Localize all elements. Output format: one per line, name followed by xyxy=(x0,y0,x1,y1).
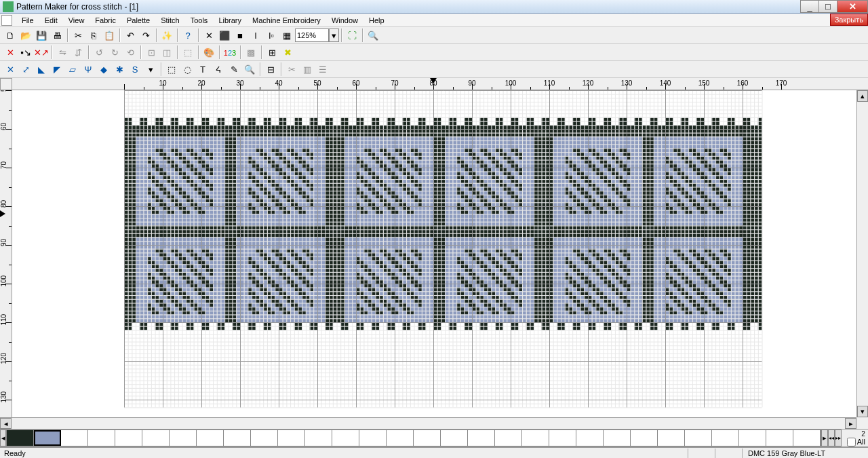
select-rect-button[interactable]: ⬚ xyxy=(164,62,179,77)
grid-button[interactable]: ▦ xyxy=(279,28,294,43)
half-stitch-button[interactable]: ⤢ xyxy=(18,62,33,77)
zoom-tool-button[interactable]: 🔍 xyxy=(242,62,257,77)
s-button[interactable]: S xyxy=(127,62,142,77)
menu-palette[interactable]: Palette xyxy=(121,14,155,26)
ruler-horizontal[interactable]: 1020304050607080901001101201301401501601… xyxy=(12,78,868,90)
flip-h-button[interactable]: ⇋ xyxy=(55,45,70,60)
menu-machine-embroidery[interactable]: Machine Embroidery xyxy=(247,14,326,26)
swatch-empty[interactable] xyxy=(576,430,604,446)
tool-a-button[interactable]: ▪↘ xyxy=(18,45,33,60)
menu-fabric[interactable]: Fabric xyxy=(90,14,121,26)
fit-button[interactable]: ⛶ xyxy=(344,28,359,43)
cross-stitch-button[interactable]: ✕ xyxy=(3,62,18,77)
swatch-empty[interactable] xyxy=(441,430,468,446)
save-button[interactable]: 💾 xyxy=(34,28,49,43)
menu-help[interactable]: Help xyxy=(363,14,390,26)
canvas[interactable] xyxy=(12,90,868,417)
scrollbar-horizontal[interactable]: ◂ ▸ xyxy=(0,417,856,429)
scroll-up-button[interactable]: ▴ xyxy=(857,90,868,102)
quarter2-button[interactable]: ◤ xyxy=(50,62,64,77)
swatch-empty[interactable] xyxy=(61,430,88,446)
swatch-empty[interactable] xyxy=(658,430,685,446)
scroll-right-button[interactable]: ▸ xyxy=(845,418,856,429)
swatch-empty[interactable] xyxy=(197,430,224,446)
open-button[interactable]: 📂 xyxy=(18,28,33,43)
highlight-button[interactable]: ✖ xyxy=(280,45,295,60)
swatch-empty[interactable] xyxy=(142,430,170,446)
swatch-empty[interactable] xyxy=(278,430,305,446)
palette-last-button[interactable]: ▸▸ xyxy=(835,430,842,446)
scroll-left-button[interactable]: ◂ xyxy=(0,418,12,429)
swatch-empty[interactable] xyxy=(495,430,522,446)
french-knot-button[interactable]: Ψ xyxy=(81,62,96,77)
swatch-empty[interactable] xyxy=(224,430,251,446)
menu-tools[interactable]: Tools xyxy=(185,14,214,26)
menu-edit[interactable]: Edit xyxy=(39,14,63,26)
rotate-cw-button[interactable]: ↻ xyxy=(107,45,122,60)
swatch-empty[interactable] xyxy=(170,430,197,446)
dark-stitch-button[interactable]: ⬛ xyxy=(217,28,232,43)
swatch-1[interactable] xyxy=(34,430,61,446)
swatch-empty[interactable] xyxy=(332,430,359,446)
lasso-button[interactable]: ᔦ xyxy=(211,62,226,77)
menu-view[interactable]: View xyxy=(63,14,90,26)
layout-button[interactable]: ⊟ xyxy=(263,62,278,77)
swatch-empty[interactable] xyxy=(305,430,332,446)
palette-all-checkbox[interactable]: All xyxy=(844,438,868,446)
center-button[interactable]: ⊡ xyxy=(144,45,159,60)
palette-next-button[interactable]: ▸ xyxy=(821,430,827,446)
swatch-empty[interactable] xyxy=(387,430,414,446)
ruler-vertical[interactable]: 5060708090100110120130 xyxy=(0,90,12,417)
swatch-empty[interactable] xyxy=(766,430,793,446)
swatch-empty[interactable] xyxy=(359,430,387,446)
copy-button[interactable]: ⎘ xyxy=(86,28,101,43)
maximize-button[interactable]: □ xyxy=(818,0,837,13)
delete-button[interactable]: ✕ xyxy=(3,45,18,60)
scrollbar-vertical[interactable]: ▴ ▾ xyxy=(856,90,868,417)
ruler-v-marker[interactable] xyxy=(0,210,5,217)
print-button[interactable]: 🖶 xyxy=(50,28,64,43)
me2-button[interactable]: ▥ xyxy=(300,62,315,77)
swatch-empty[interactable] xyxy=(549,430,576,446)
swatch-0[interactable] xyxy=(7,430,34,446)
s-dd-button[interactable]: ▾ xyxy=(143,62,158,77)
info-button[interactable]: I xyxy=(248,28,263,43)
full-stitch-button[interactable]: ✕ xyxy=(201,28,216,43)
zoom-dropdown[interactable]: ▾ xyxy=(329,28,339,42)
palette-button[interactable]: 🎨 xyxy=(201,45,216,60)
new-button[interactable]: 🗋 xyxy=(3,28,18,43)
menu-window[interactable]: Window xyxy=(326,14,363,26)
swatch-empty[interactable] xyxy=(88,430,115,446)
zoom-area-button[interactable]: 🔍 xyxy=(366,28,380,43)
cut-button[interactable]: ✂ xyxy=(71,28,85,43)
swatch-empty[interactable] xyxy=(604,430,631,446)
sel-rect-button[interactable]: ⬚ xyxy=(180,45,195,60)
rotate-180-button[interactable]: ⟲ xyxy=(123,45,138,60)
back-stitch-button[interactable]: ▱ xyxy=(65,62,80,77)
menu-library[interactable]: Library xyxy=(213,14,247,26)
zoom-input[interactable] xyxy=(295,28,329,42)
me1-button[interactable]: ✂ xyxy=(284,62,299,77)
paste-button[interactable]: 📋 xyxy=(102,28,117,43)
grid-toggle-button[interactable]: ⊞ xyxy=(264,45,279,60)
scroll-down-button[interactable]: ▾ xyxy=(857,406,868,417)
rotate-ccw-button[interactable]: ↺ xyxy=(92,45,106,60)
block-button[interactable]: ■ xyxy=(233,28,248,43)
info2-button[interactable]: I▫ xyxy=(264,28,279,43)
flip-v-button[interactable]: ⇵ xyxy=(71,45,85,60)
undo-button[interactable]: ↶ xyxy=(123,28,138,43)
palette-prev-button[interactable]: ◂ xyxy=(0,430,6,446)
select-ellipse-button[interactable]: ◌ xyxy=(180,62,195,77)
close-button[interactable]: ✕ xyxy=(837,0,868,13)
pattern-button[interactable]: ▩ xyxy=(243,45,258,60)
special-button[interactable]: ✱ xyxy=(112,62,127,77)
me3-button[interactable]: ☰ xyxy=(315,62,330,77)
swatch-empty[interactable] xyxy=(522,430,549,446)
quarter1-button[interactable]: ◣ xyxy=(34,62,49,77)
swatch-empty[interactable] xyxy=(793,430,821,446)
swatch-empty[interactable] xyxy=(712,430,739,446)
eyedropper-button[interactable]: ✎ xyxy=(226,62,241,77)
swatch-empty[interactable] xyxy=(251,430,278,446)
minimize-button[interactable]: _ xyxy=(800,0,819,13)
swatch-empty[interactable] xyxy=(739,430,766,446)
